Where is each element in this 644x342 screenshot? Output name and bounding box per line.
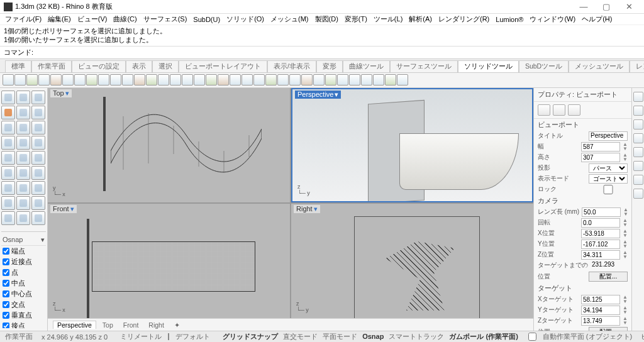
dock-button[interactable] [633, 133, 643, 143]
viewport-front[interactable]: Front▾ z└─ x [48, 204, 290, 318]
toolbar-tab[interactable]: ソリッドツール [458, 60, 519, 72]
tool-button[interactable] [31, 121, 45, 135]
toolbar-button[interactable] [26, 74, 38, 86]
tool-button[interactable] [16, 136, 30, 150]
tool-button[interactable] [31, 106, 45, 119]
toolbar-button[interactable] [385, 74, 396, 86]
menu-item[interactable]: 変形(T) [342, 14, 370, 24]
viewport-tab[interactable]: Right [145, 321, 168, 329]
toolbar-button[interactable] [182, 74, 193, 86]
menu-item[interactable]: Lumion® [493, 16, 526, 23]
osnap-checkbox[interactable] [3, 312, 9, 319]
menu-item[interactable]: ビュー(V) [75, 14, 110, 24]
osnap-checkbox[interactable] [3, 269, 9, 276]
toolbar-button[interactable] [146, 74, 157, 86]
menu-item[interactable]: 曲線(C) [111, 14, 139, 24]
viewport-tab[interactable]: Top [99, 321, 117, 329]
status-toggle[interactable]: ガムボール (作業平面) [447, 333, 520, 340]
tool-button[interactable] [1, 211, 15, 225]
toolbar-button[interactable] [230, 74, 241, 86]
tool-button[interactable] [16, 151, 30, 165]
menu-item[interactable]: 製図(D) [313, 14, 341, 24]
menu-item[interactable]: ウィンドウ(W) [527, 14, 578, 24]
tool-button[interactable] [16, 196, 30, 210]
status-toggle[interactable]: スマートトラック [386, 333, 447, 340]
toolbar-button[interactable] [3, 74, 14, 86]
command-line[interactable]: コマンド: [0, 47, 644, 59]
tool-button[interactable] [1, 106, 15, 119]
menu-item[interactable]: ヘルプ(H) [579, 14, 614, 24]
toolbar-button[interactable] [14, 74, 26, 86]
osnap-item[interactable]: 接点 [1, 321, 46, 328]
tool-button[interactable] [31, 196, 45, 210]
osnap-dropdown-icon[interactable]: ▾ [41, 236, 45, 244]
status-history[interactable]: ヒストリを記 [638, 332, 644, 341]
toolbar-button[interactable] [277, 74, 289, 86]
menu-item[interactable]: サーフェス(S) [141, 14, 190, 24]
toolbar-tab[interactable]: サーフェスツール [390, 60, 458, 72]
tool-button[interactable] [1, 151, 15, 165]
tool-button[interactable] [1, 181, 15, 195]
maximize-button[interactable]: ▢ [595, 2, 618, 11]
toolbar-button[interactable] [325, 74, 336, 86]
toolbar-button[interactable] [62, 74, 74, 86]
toolbar-button[interactable] [194, 74, 205, 86]
camera-icon[interactable] [538, 104, 550, 116]
dock-button[interactable] [633, 189, 643, 199]
tool-button[interactable] [16, 106, 30, 119]
dock-button[interactable] [633, 106, 643, 116]
layer-swatch[interactable] [168, 333, 169, 340]
viewport-tab[interactable]: Front [119, 321, 143, 329]
prop-height[interactable] [581, 153, 620, 162]
osnap-checkbox[interactable] [3, 301, 9, 308]
toolbar-button[interactable] [361, 74, 372, 86]
osnap-checkbox[interactable] [3, 280, 9, 287]
toolbar-button[interactable] [74, 74, 86, 86]
status-layer[interactable]: デフォルト [173, 332, 213, 341]
prop-ytarget[interactable] [581, 306, 620, 315]
tool-button[interactable] [16, 166, 30, 180]
osnap-item[interactable]: 垂直点 [1, 310, 46, 321]
toolbar-button[interactable] [158, 74, 169, 86]
command-input[interactable] [33, 48, 640, 57]
toolbar-button[interactable] [218, 74, 229, 86]
prop-display-mode[interactable]: ゴースト [589, 174, 628, 184]
prop-lock[interactable] [589, 185, 628, 194]
osnap-checkbox[interactable] [3, 290, 9, 297]
status-toggle[interactable]: 直交モード [280, 333, 320, 340]
menu-item[interactable]: SubD(U) [191, 16, 223, 23]
toolbar-button[interactable] [122, 74, 133, 86]
toolbar-button[interactable] [98, 74, 109, 86]
toolbar-button[interactable] [206, 74, 217, 86]
dock-button[interactable] [633, 147, 643, 157]
osnap-checkbox[interactable] [3, 258, 9, 265]
prop-rotation[interactable] [581, 218, 620, 228]
toolbar-button[interactable] [86, 74, 97, 86]
prop-lens[interactable] [582, 207, 621, 217]
tool-button[interactable] [1, 196, 15, 210]
status-autocplane[interactable]: 自動作業平面 (オブジェクト) [540, 332, 635, 341]
tool-button[interactable] [1, 166, 15, 180]
toolbar-tab[interactable]: メッシュツール [569, 60, 630, 72]
osnap-checkbox[interactable] [3, 323, 9, 328]
toolbar-button[interactable] [289, 74, 301, 86]
prop-zpos[interactable] [581, 250, 620, 260]
toolbar-tab[interactable]: 変形 [316, 60, 343, 72]
tool-button[interactable] [16, 211, 30, 225]
osnap-item[interactable]: 点 [1, 267, 46, 278]
viewport-perspective[interactable]: Perspective▾ z└─ y [291, 88, 533, 202]
status-toggle[interactable]: Osnap [360, 333, 386, 340]
dock-button[interactable] [633, 161, 643, 171]
toolbar-button[interactable] [110, 74, 121, 86]
toolbar-button[interactable] [170, 74, 181, 86]
prop-title[interactable]: Perspective [589, 131, 628, 141]
toolbar-button[interactable] [337, 74, 348, 86]
tool-button[interactable] [31, 211, 45, 225]
viewport-tab[interactable]: Perspective [53, 321, 96, 329]
prop-ztarget[interactable] [581, 316, 620, 326]
tool-button[interactable] [31, 136, 45, 150]
tool-button[interactable] [1, 136, 15, 150]
osnap-checkbox[interactable] [3, 248, 9, 255]
prop-projection[interactable]: パース [589, 163, 628, 173]
tool-button[interactable] [16, 121, 30, 135]
